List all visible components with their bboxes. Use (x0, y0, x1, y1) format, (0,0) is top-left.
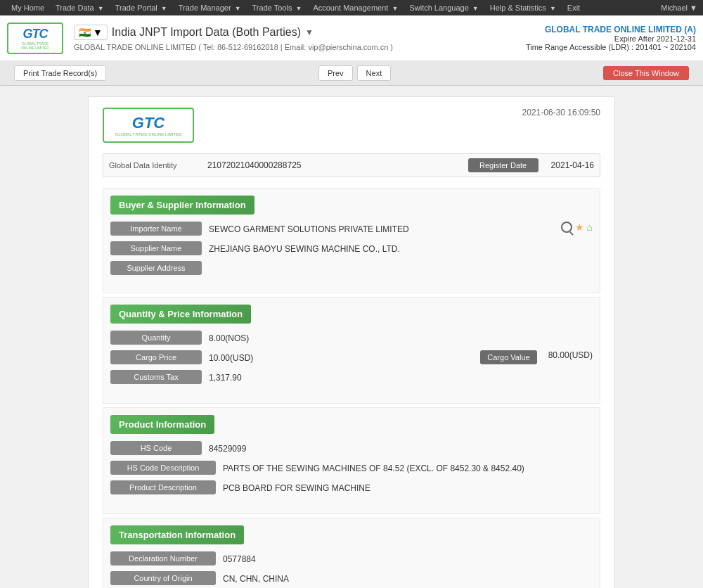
header-right: GLOBAL TRADE ONLINE LIMITED (A) Expire A… (526, 25, 696, 51)
card-header: GTC GLOBAL TRADE ONLINE LIMITED 2021-06-… (103, 108, 600, 143)
quantity-price-header: Quantity & Price Information (110, 305, 251, 324)
logo: GTC GLOBAL TRADEONLINE LIMITED (7, 23, 63, 54)
card-logo: GTC GLOBAL TRADE ONLINE LIMITED (103, 108, 194, 143)
supplier-address-row: Supplier Address (110, 261, 593, 275)
quantity-value: 8.00(NOS) (209, 331, 593, 346)
hs-code-row: HS Code 84529099 (110, 441, 593, 456)
logo-gtc-text: GTC (23, 27, 48, 41)
transportation-section: Transportation Information Declaration N… (103, 518, 600, 588)
identity-value: 21072021040000288725 (207, 160, 461, 170)
main-content: GTC GLOBAL TRADE ONLINE LIMITED 2021-06-… (0, 86, 703, 588)
header-title-row: 🇮🇳 ▼ India JNPT Import Data (Both Partie… (74, 25, 515, 40)
flag-emoji: 🇮🇳 (79, 27, 91, 38)
product-section: Product Information HS Code 84529099 HS … (103, 407, 600, 514)
cargo-value-value: 80.00(USD) (548, 350, 593, 360)
user-dropdown-arrow: ▼ (690, 4, 697, 12)
quantity-label: Quantity (110, 331, 202, 345)
buyer-supplier-section: Buyer & Supplier Information Importer Na… (103, 188, 600, 293)
nav-menu: My Home Trade Data ▼ Trade Portal ▼ Trad… (6, 0, 586, 16)
record-card: GTC GLOBAL TRADE ONLINE LIMITED 2021-06-… (88, 96, 615, 588)
user-info: Michael ▼ (661, 4, 697, 12)
header-subtitle: GLOBAL TRADE ONLINE LIMITED ( Tel: 86-51… (74, 43, 515, 51)
nav-exit[interactable]: Exit (562, 0, 586, 16)
product-desc-row: Product Description PCB BOARD FOR SEWING… (110, 480, 593, 496)
header: GTC GLOBAL TRADEONLINE LIMITED 🇮🇳 ▼ Indi… (0, 15, 703, 61)
toolbar-left: Print Trade Record(s) (14, 65, 106, 81)
logo-sub-text: GLOBAL TRADEONLINE LIMITED (21, 41, 49, 50)
toolbar-right: Close This Window (603, 66, 689, 80)
hs-code-desc-value: PARTS OF THE SEWING MACHINES OF 84.52 (E… (223, 461, 593, 476)
company-name: GLOBAL TRADE ONLINE LIMITED (A) (526, 25, 696, 34)
identity-row: Global Data Identity 2107202104000028872… (103, 153, 600, 177)
top-navigation: My Home Trade Data ▼ Trade Portal ▼ Trad… (0, 0, 703, 15)
quantity-row: Quantity 8.00(NOS) (110, 331, 593, 346)
prev-button-top[interactable]: Prev (318, 65, 353, 81)
declaration-number-row: Declaration Number 0577884 (110, 551, 593, 567)
transportation-fields: Declaration Number 0577884 Country of Or… (110, 551, 593, 587)
card-logo-gtc: GTC (132, 114, 165, 132)
cargo-price-label: Cargo Price (110, 350, 202, 364)
cargo-value-label: Cargo Value (480, 350, 536, 364)
register-date-value: 2021-04-16 (551, 160, 594, 170)
supplier-address-label: Supplier Address (110, 261, 202, 275)
customs-tax-label: Customs Tax (110, 370, 202, 384)
importer-name-value: SEWCO GARMENT SOLUTIONS PRIVATE LIMITED (209, 222, 555, 237)
close-button-top[interactable]: Close This Window (603, 66, 689, 80)
card-logo-sub: GLOBAL TRADE ONLINE LIMITED (115, 132, 181, 136)
home-icon[interactable]: ⌂ (587, 222, 593, 233)
search-icon[interactable] (561, 222, 572, 233)
expire-info: Expire After 2021-12-31 (526, 34, 696, 43)
nav-trade-tools[interactable]: Trade Tools ▼ (247, 0, 308, 16)
hs-code-desc-label: HS Code Description (110, 461, 216, 475)
nav-trade-portal[interactable]: Trade Portal ▼ (110, 0, 173, 16)
record-datetime: 2021-06-30 16:09:50 (522, 108, 600, 117)
identity-label: Global Data Identity (109, 161, 200, 170)
register-date-label: Register Date (468, 158, 538, 172)
country-of-origin-value: CN, CHN, CHINA (223, 571, 593, 587)
flag-button[interactable]: 🇮🇳 ▼ (74, 25, 108, 40)
declaration-number-value: 0577884 (223, 551, 593, 567)
print-button-top[interactable]: Print Trade Record(s) (14, 65, 106, 81)
country-of-origin-label: Country of Origin (110, 571, 216, 585)
supplier-name-value: ZHEJIANG BAOYU SEWING MACHINE CO., LTD. (209, 241, 593, 257)
cargo-price-row: Cargo Price 10.00(USD) Cargo Value 80.00… (110, 350, 593, 366)
nav-help-statistics[interactable]: Help & Statistics ▼ (484, 0, 562, 16)
buyer-supplier-header: Buyer & Supplier Information (110, 196, 254, 215)
next-button-top[interactable]: Next (357, 65, 392, 81)
customs-tax-row: Customs Tax 1,317.90 (110, 370, 593, 385)
product-fields: HS Code 84529099 HS Code Description PAR… (110, 441, 593, 496)
star-icon[interactable]: ★ (575, 222, 584, 233)
quantity-price-fields: Quantity 8.00(NOS) Cargo Price 10.00(USD… (110, 331, 593, 385)
hs-code-label: HS Code (110, 441, 202, 455)
transportation-header: Transportation Information (110, 525, 244, 544)
importer-actions: ★ ⌂ (561, 222, 593, 233)
nav-switch-language[interactable]: Switch Language ▼ (404, 0, 484, 16)
product-desc-label: Product Description (110, 480, 216, 494)
page-title: India JNPT Import Data (Both Parties) (112, 26, 301, 39)
flag-dropdown-icon: ▼ (93, 27, 103, 38)
country-of-origin-row: Country of Origin CN, CHN, CHINA (110, 571, 593, 587)
declaration-number-label: Declaration Number (110, 551, 216, 565)
logo-area: GTC GLOBAL TRADEONLINE LIMITED (7, 23, 63, 54)
supplier-address-value (209, 261, 593, 267)
hs-code-value: 84529099 (209, 441, 593, 456)
importer-name-label: Importer Name (110, 222, 202, 236)
toolbar-center: Prev Next (318, 65, 391, 81)
header-center: 🇮🇳 ▼ India JNPT Import Data (Both Partie… (63, 25, 526, 51)
customs-tax-value: 1,317.90 (209, 370, 593, 385)
importer-name-row: Importer Name SEWCO GARMENT SOLUTIONS PR… (110, 222, 593, 237)
nav-trade-manager[interactable]: Trade Manager ▼ (173, 0, 247, 16)
top-toolbar: Print Trade Record(s) Prev Next Close Th… (0, 61, 703, 86)
cargo-price-value: 10.00(USD) (209, 350, 480, 366)
nav-my-home[interactable]: My Home (6, 0, 50, 16)
product-header: Product Information (110, 415, 214, 434)
nav-account-management[interactable]: Account Management ▼ (307, 0, 404, 16)
supplier-name-label: Supplier Name (110, 241, 202, 255)
nav-trade-data[interactable]: Trade Data ▼ (50, 0, 110, 16)
username: Michael (661, 4, 688, 12)
buyer-supplier-fields: Importer Name SEWCO GARMENT SOLUTIONS PR… (110, 222, 593, 275)
title-dropdown-icon: ▼ (305, 27, 314, 37)
supplier-name-row: Supplier Name ZHEJIANG BAOYU SEWING MACH… (110, 241, 593, 257)
product-desc-value: PCB BOARD FOR SEWING MACHINE (223, 480, 593, 496)
hs-code-desc-row: HS Code Description PARTS OF THE SEWING … (110, 461, 593, 476)
